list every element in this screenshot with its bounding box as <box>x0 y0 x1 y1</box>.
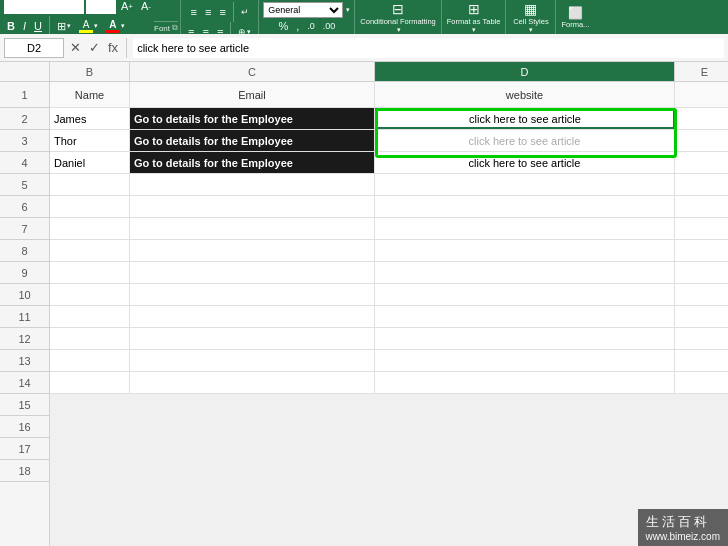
cell-e5[interactable] <box>675 174 728 195</box>
cell-e12[interactable] <box>675 328 728 349</box>
bold-button[interactable]: B <box>4 18 18 34</box>
cell-d5[interactable] <box>375 174 675 195</box>
cell-d9[interactable] <box>375 262 675 283</box>
cell-e9[interactable] <box>675 262 728 283</box>
cell-e4[interactable] <box>675 152 728 173</box>
cell-d11[interactable] <box>375 306 675 327</box>
cell-c7[interactable] <box>130 218 375 239</box>
cell-c2[interactable]: Go to details for the Employee <box>130 108 375 129</box>
comma-btn[interactable]: , <box>293 18 302 34</box>
align-top-right-btn[interactable]: ≡ <box>216 2 228 22</box>
row-header-17[interactable]: 17 <box>0 438 49 460</box>
cell-d14[interactable] <box>375 372 675 393</box>
cell-c3[interactable]: Go to details for the Employee <box>130 130 375 151</box>
cell-c9[interactable] <box>130 262 375 283</box>
number-format-select[interactable]: General <box>263 2 343 18</box>
cell-c13[interactable] <box>130 350 375 371</box>
row-header-5[interactable]: 5 <box>0 174 49 196</box>
increase-font-btn[interactable]: A+ <box>118 0 136 14</box>
cell-b11[interactable] <box>50 306 130 327</box>
cell-b8[interactable] <box>50 240 130 261</box>
cell-d6[interactable] <box>375 196 675 217</box>
cell-c10[interactable] <box>130 284 375 305</box>
conditional-formatting-btn[interactable]: ⊟ Conditional Formatting ▾ <box>355 0 441 34</box>
cell-e11[interactable] <box>675 306 728 327</box>
cell-b7[interactable] <box>50 218 130 239</box>
row-header-6[interactable]: 6 <box>0 196 49 218</box>
row-header-15[interactable]: 15 <box>0 394 49 416</box>
cell-c11[interactable] <box>130 306 375 327</box>
row-header-14[interactable]: 14 <box>0 372 49 394</box>
row-header-12[interactable]: 12 <box>0 328 49 350</box>
font-expand-icon[interactable]: ⧉ <box>172 23 178 33</box>
cell-b1[interactable]: Name <box>50 82 130 107</box>
row-header-13[interactable]: 13 <box>0 350 49 372</box>
align-top-left-btn[interactable]: ≡ <box>188 2 200 22</box>
row-header-2[interactable]: 2 <box>0 108 49 130</box>
row-header-18[interactable]: 18 <box>0 460 49 482</box>
row-header-10[interactable]: 10 <box>0 284 49 306</box>
cell-c5[interactable] <box>130 174 375 195</box>
align-center-btn[interactable]: ≡ <box>199 22 211 34</box>
cell-b14[interactable] <box>50 372 130 393</box>
row-header-1[interactable]: 1 <box>0 82 49 108</box>
decrease-decimal-btn[interactable]: .0 <box>304 18 318 34</box>
cell-e1[interactable] <box>675 82 728 107</box>
row-header-7[interactable]: 7 <box>0 218 49 240</box>
cell-b5[interactable] <box>50 174 130 195</box>
cell-b9[interactable] <box>50 262 130 283</box>
align-top-center-btn[interactable]: ≡ <box>202 2 214 22</box>
merge-cells-btn[interactable]: ⊕▾ <box>235 22 254 34</box>
col-header-c[interactable]: C <box>130 62 375 81</box>
row-header-4[interactable]: 4 <box>0 152 49 174</box>
cell-e6[interactable] <box>675 196 728 217</box>
cancel-formula-btn[interactable]: ✕ <box>68 40 83 55</box>
cell-e14[interactable] <box>675 372 728 393</box>
col-header-e[interactable]: E <box>675 62 728 81</box>
fill-color-button[interactable]: A ▾ <box>76 17 101 34</box>
row-header-11[interactable]: 11 <box>0 306 49 328</box>
font-size-input[interactable]: 11 <box>86 0 116 14</box>
align-left-btn[interactable]: ≡ <box>185 22 197 34</box>
cell-d10[interactable] <box>375 284 675 305</box>
cell-c1[interactable]: Email <box>130 82 375 107</box>
cell-c4[interactable]: Go to details for the Employee <box>130 152 375 173</box>
cell-c8[interactable] <box>130 240 375 261</box>
cell-b10[interactable] <box>50 284 130 305</box>
wrap-text-btn[interactable]: ↵ <box>238 2 252 22</box>
formula-input[interactable] <box>133 38 724 58</box>
increase-decimal-btn[interactable]: .00 <box>320 18 339 34</box>
underline-button[interactable]: U <box>31 18 45 34</box>
row-header-9[interactable]: 9 <box>0 262 49 284</box>
cell-e3[interactable] <box>675 130 728 151</box>
cell-b13[interactable] <box>50 350 130 371</box>
cell-d4[interactable]: click here to see article <box>375 152 675 173</box>
percent-btn[interactable]: % <box>275 18 291 34</box>
cell-b12[interactable] <box>50 328 130 349</box>
format-btn[interactable]: ⬜ Forma... <box>556 0 594 34</box>
cell-c12[interactable] <box>130 328 375 349</box>
cell-e7[interactable] <box>675 218 728 239</box>
decrease-font-btn[interactable]: A- <box>138 0 154 14</box>
font-name-input[interactable]: Calibri <box>4 0 84 14</box>
cell-d12[interactable] <box>375 328 675 349</box>
cell-e2[interactable] <box>675 108 728 129</box>
font-color-button[interactable]: A ▾ <box>103 17 128 34</box>
cell-d7[interactable] <box>375 218 675 239</box>
cell-c14[interactable] <box>130 372 375 393</box>
cell-d3[interactable]: click here to see article <box>375 130 675 151</box>
cell-d8[interactable] <box>375 240 675 261</box>
cell-b6[interactable] <box>50 196 130 217</box>
row-header-3[interactable]: 3 <box>0 130 49 152</box>
col-header-b[interactable]: B <box>50 62 130 81</box>
cell-b2[interactable]: James <box>50 108 130 129</box>
row-header-8[interactable]: 8 <box>0 240 49 262</box>
cell-c6[interactable] <box>130 196 375 217</box>
confirm-formula-btn[interactable]: ✓ <box>87 40 102 55</box>
row-header-16[interactable]: 16 <box>0 416 49 438</box>
cell-reference-box[interactable] <box>4 38 64 58</box>
align-right-btn[interactable]: ≡ <box>214 22 226 34</box>
cell-b4[interactable]: Daniel <box>50 152 130 173</box>
format-as-table-btn[interactable]: ⊞ Format as Table ▾ <box>442 0 507 34</box>
italic-button[interactable]: I <box>20 18 29 34</box>
